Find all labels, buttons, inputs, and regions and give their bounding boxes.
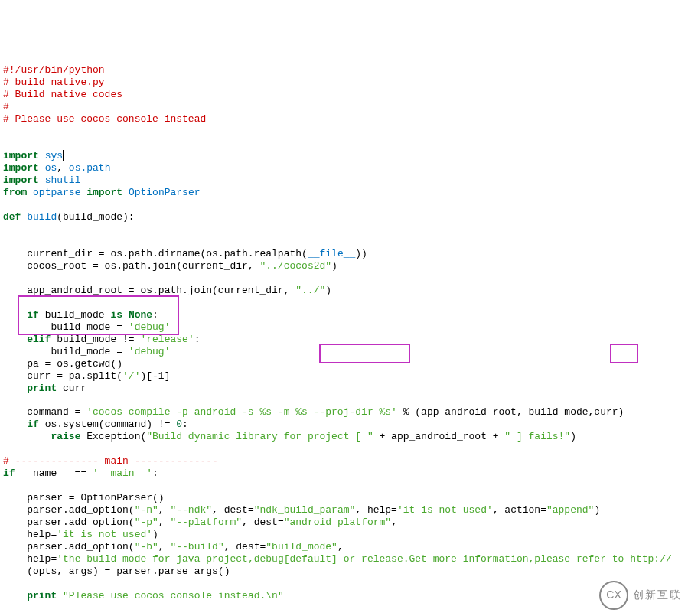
watermark: CX 创新互联 [599, 581, 682, 610]
elif1-body: build_mode = [3, 346, 129, 357]
line-currentdir-end: )) [355, 248, 367, 259]
if1-cond: build_mode [39, 309, 111, 321]
str-build: "--build" [170, 541, 223, 552]
opt-p-help: help= [27, 529, 57, 540]
line-app-end: ) [325, 285, 331, 296]
line-curr-end: )[-1] [140, 370, 170, 382]
if1-body: build_mode = [3, 321, 129, 333]
opt-b-pre: parser.add_option( [3, 541, 135, 552]
print-curr-arg: curr [57, 383, 86, 394]
python-source-code: #!/usr/bin/python # build_native.py # Bu… [3, 52, 685, 616]
comment-3: # [3, 101, 9, 112]
comment-1: # build_native.py [3, 77, 105, 88]
kw-def: def [3, 211, 21, 223]
str-help-notused-2: 'it is not used' [57, 529, 152, 540]
module-optparse: optparse [33, 187, 80, 198]
str-debug-1: 'debug' [129, 321, 171, 333]
str-cocos: "../cocos2d" [259, 260, 331, 272]
kw-print-curr: print [27, 383, 57, 394]
str-b: "-b" [135, 541, 158, 552]
if1-colon: : [152, 309, 158, 321]
str-n: "-n" [135, 504, 158, 516]
kw-raise: raise [51, 431, 80, 442]
module-os: os [45, 162, 57, 174]
str-cmd: 'cocos compile -p android -s %s -m %s --… [86, 406, 397, 418]
str-append: "append" [546, 504, 594, 516]
str-slash: '/' [122, 370, 140, 382]
kw-if-sys: if [27, 419, 39, 430]
str-main: '__main__' [93, 468, 152, 479]
raise-end: ) [570, 431, 576, 442]
num-zero: 0 [176, 419, 182, 430]
watermark-brand-text: 创新互联 [633, 588, 682, 601]
opt-b-dest: , dest= [224, 541, 266, 552]
kw-is: is [110, 309, 122, 321]
str-raise1: "Build dynamic library for project [ " [146, 431, 373, 442]
ifsys-colon: : [182, 419, 188, 430]
str-help-notused: 'it is not used' [397, 504, 493, 516]
module-shutil: shutil [45, 174, 81, 186]
raise-mid: + app_android_root + [373, 431, 505, 442]
ifsys-cond: os.system(command) != [39, 419, 176, 430]
kw-if-1: if [27, 309, 39, 321]
line-parser: parser = OptionParser() [3, 492, 165, 504]
comment-main-sep: # -------------- main -------------- [3, 455, 218, 467]
kw-import-op: import [86, 187, 122, 198]
opt-n-dest: , dest= [212, 504, 254, 516]
str-ndk: "--ndk" [170, 504, 212, 516]
ifsys-indent [3, 419, 27, 430]
elif1-indent [3, 334, 27, 345]
comment-4: # Please use cocos console instead [3, 113, 206, 125]
watermark-logo-icon: CX [599, 581, 628, 610]
line-cmd: command = [3, 406, 86, 418]
str-release: 'release' [140, 334, 194, 345]
kw-import-os: import [3, 162, 39, 174]
line-pa: pa = os.getcwd() [3, 358, 122, 370]
kw-if-main: if [3, 468, 15, 479]
str-dest-platform: "android_platform" [284, 517, 391, 528]
kw-elif: elif [27, 334, 51, 345]
opt-n-pre: parser.add_option( [3, 504, 135, 516]
kw-import-shutil: import [3, 174, 39, 186]
str-print-msg: "Please use cocos console instead.\n" [63, 590, 284, 601]
kw-none: None [129, 309, 152, 321]
opt-b-help: help= [27, 553, 57, 565]
ifmain-cond: __name__ == [15, 468, 93, 479]
raise-indent [3, 431, 51, 442]
elif1-cond: build_mode != [51, 334, 140, 345]
str-dest-ndk: "ndk_build_param" [254, 504, 356, 516]
str-help-build: 'the build mode for java project,debug[d… [57, 553, 672, 565]
str-p: "-p" [135, 517, 158, 528]
line-opts-args: (opts, args) = parser.parse_args() [3, 565, 230, 577]
line-cocos-end: ) [331, 260, 337, 272]
opt-n-close: ) [594, 504, 600, 516]
raise-exc: Exception( [80, 431, 146, 442]
elif1-colon: : [194, 334, 201, 345]
line-curr: curr = pa.split( [3, 370, 122, 382]
str-debug-2: 'debug' [129, 346, 171, 357]
opt-p-close: ) [152, 529, 158, 540]
opt-n-action: , action= [493, 504, 546, 516]
opt-n-help: , help= [355, 504, 397, 516]
line-app: app_android_root = os.path.join(current_… [3, 285, 295, 296]
kw-print-msg: print [27, 590, 57, 601]
ifmain-colon: : [152, 468, 158, 479]
class-optionparser: OptionParser [129, 187, 201, 198]
str-app: "../" [295, 285, 325, 296]
str-platform: "--platform" [170, 517, 242, 528]
line-currentdir: current_dir = os.path.dirname(os.path.re… [3, 248, 308, 259]
if1-indent [3, 309, 27, 321]
module-os-path: os.path [69, 162, 111, 174]
str-dest-build: "build_mode" [266, 541, 337, 552]
kw-import-sys: import [3, 150, 39, 161]
line-cocos: cocos_root = os.path.join(current_dir, [3, 260, 259, 272]
fn-build-sig: (build_mode): [57, 211, 134, 223]
comment-2: # Build native codes [3, 89, 122, 100]
print-msg-indent [3, 590, 27, 601]
print-curr-indent [3, 383, 27, 394]
opt-p-dest: , dest= [242, 517, 284, 528]
module-sys: sys [45, 150, 64, 161]
fn-build: build [27, 211, 57, 223]
opt-p-pre: parser.add_option( [3, 517, 135, 528]
dunder-file: __file__ [308, 248, 355, 259]
